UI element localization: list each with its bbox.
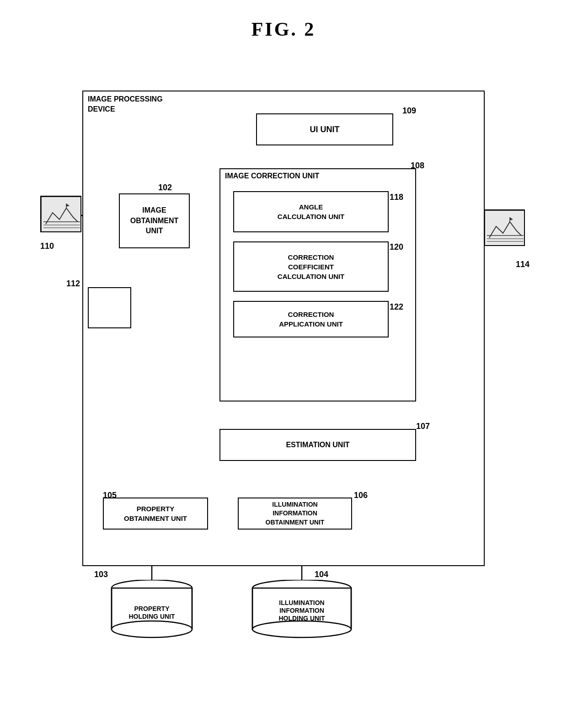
ref-109: 109 xyxy=(402,106,416,116)
figure-title: FIG. 2 xyxy=(251,18,316,40)
illumination-holding-cylinder: ILLUMINATION INFORMATION HOLDING UNIT xyxy=(251,580,352,641)
angle-calc-label: ANGLECALCULATION UNIT xyxy=(278,202,344,221)
correction-app-label: CORRECTIONAPPLICATION UNIT xyxy=(279,310,343,329)
ref-122: 122 xyxy=(390,302,403,312)
svg-text:PROPERTY: PROPERTY xyxy=(134,605,170,612)
svg-point-38 xyxy=(252,621,351,637)
ref-120: 120 xyxy=(390,242,403,252)
svg-text:INFORMATION: INFORMATION xyxy=(279,607,324,614)
image-obtainment-label: IMAGEOBTAINMENTUNIT xyxy=(130,205,178,236)
diagram: 101 IMAGE PROCESSINGDEVICE 109 UI UNIT 1… xyxy=(32,63,535,694)
svg-text:ILLUMINATION: ILLUMINATION xyxy=(279,599,324,606)
angle-calc-box: ANGLECALCULATION UNIT xyxy=(233,191,389,232)
ui-unit-label: UI UNIT xyxy=(310,125,340,134)
output-image-thumbnail xyxy=(484,209,525,246)
correction-coeff-label: CORRECTIONCOEFFICIENTCALCULATION UNIT xyxy=(278,252,344,281)
ui-unit-box: UI UNIT xyxy=(256,113,393,145)
illumination-obtainment-box: ILLUMINATIONINFORMATIONOBTAINMENT UNIT xyxy=(238,498,352,530)
box-112 xyxy=(88,287,131,328)
ref-114: 114 xyxy=(516,260,530,269)
main-device-label: IMAGE PROCESSINGDEVICE xyxy=(88,94,163,115)
ref-102: 102 xyxy=(158,183,172,193)
ref-104: 104 xyxy=(315,570,328,579)
ref-112: 112 xyxy=(66,279,80,289)
property-obtainment-label: PROPERTYOBTAINMENT UNIT xyxy=(124,504,187,523)
ref-110: 110 xyxy=(40,241,54,251)
ref-107: 107 xyxy=(416,422,430,431)
input-image-thumbnail xyxy=(40,196,81,232)
svg-text:HOLDING UNIT: HOLDING UNIT xyxy=(128,613,175,620)
ref-103: 103 xyxy=(94,570,108,579)
svg-point-31 xyxy=(112,621,192,637)
property-obtainment-box: PROPERTYOBTAINMENT UNIT xyxy=(103,498,208,530)
illumination-obtainment-label: ILLUMINATIONINFORMATIONOBTAINMENT UNIT xyxy=(266,500,325,527)
svg-rect-15 xyxy=(41,197,81,232)
correction-app-box: CORRECTIONAPPLICATION UNIT xyxy=(233,301,389,337)
correction-coeff-box: CORRECTIONCOEFFICIENTCALCULATION UNIT xyxy=(233,241,389,292)
svg-rect-21 xyxy=(485,210,525,246)
ref-118: 118 xyxy=(390,193,403,202)
estimation-box: ESTIMATION UNIT xyxy=(219,429,416,461)
svg-text:HOLDING UNIT: HOLDING UNIT xyxy=(278,615,325,622)
estimation-label: ESTIMATION UNIT xyxy=(286,441,349,449)
image-obtainment-box: IMAGEOBTAINMENTUNIT xyxy=(119,193,190,248)
property-holding-cylinder: PROPERTY HOLDING UNIT xyxy=(111,580,193,641)
image-correction-label: IMAGE CORRECTION UNIT xyxy=(225,172,319,180)
ref-106: 106 xyxy=(354,491,368,500)
